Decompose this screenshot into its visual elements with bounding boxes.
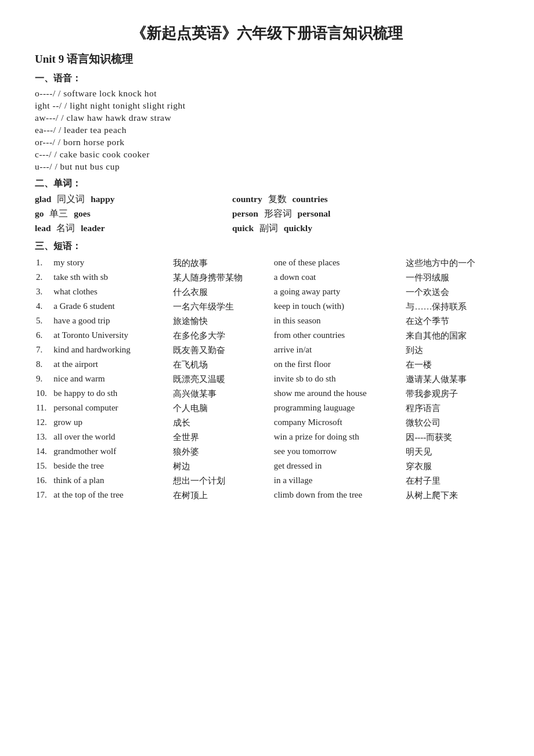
phrase-chinese: 个人电脑 — [172, 401, 272, 416]
phrase-english: nice and warm — [52, 372, 172, 387]
table-row: 16.think of a plan想出一个计划in a village在村子里 — [35, 474, 499, 488]
phonics-list: o----/ / software lock knock hotight --/… — [35, 88, 499, 172]
phrase-chinese: 想出一个计划 — [172, 474, 272, 488]
table-row: 5.have a good trip旅途愉快in this season在这个季… — [35, 314, 499, 329]
phrase-chinese: 成长 — [172, 416, 272, 430]
phrase-english2: keep in touch (with) — [273, 300, 405, 314]
phrase-chinese2: 程序语言 — [405, 401, 499, 416]
table-row: 2.take sth with sb某人随身携带某物a down coat一件羽… — [35, 271, 499, 285]
unit-title: Unit 9 语言知识梳理 — [35, 52, 499, 67]
phrase-english2: a down coat — [273, 271, 405, 285]
vocab-section: glad 同义词 happycountry 复数 countriesgo 单三 … — [35, 193, 499, 235]
section2-title: 二、单词： — [35, 178, 499, 190]
phrase-chinese2: 微软公司 — [405, 416, 499, 430]
phrase-num: 16. — [35, 474, 52, 488]
phrase-english: grow up — [52, 416, 172, 430]
phrase-english: kind and hardworking — [52, 343, 172, 358]
phrase-num: 7. — [35, 343, 52, 358]
phrase-chinese: 在树顶上 — [172, 488, 272, 503]
table-row: 3.what clothes什么衣服a going away party一个欢送… — [35, 285, 499, 300]
phrase-num: 5. — [35, 314, 52, 329]
phrase-english2: arrive in/at — [273, 343, 405, 358]
phrase-num: 8. — [35, 358, 52, 372]
table-row: 4.a Grade 6 student一名六年级学生keep in touch … — [35, 300, 499, 314]
phrase-chinese2: 带我参观房子 — [405, 387, 499, 401]
phrase-chinese: 一名六年级学生 — [172, 300, 272, 314]
phrase-english: my story — [52, 256, 172, 271]
phrase-english: what clothes — [52, 285, 172, 300]
phrase-english2: in this season — [273, 314, 405, 329]
phrase-english2: get dressed in — [273, 459, 405, 474]
vocab-item-right: person 形容词 personal — [232, 208, 406, 220]
phrase-num: 14. — [35, 445, 52, 459]
phrase-chinese: 树边 — [172, 459, 272, 474]
phrase-english2: one of these places — [273, 256, 405, 271]
phrase-chinese2: 邀请某人做某事 — [405, 372, 499, 387]
table-row: 12.grow up成长company Microsoft微软公司 — [35, 416, 499, 430]
phrase-chinese: 全世界 — [172, 430, 272, 445]
phrase-english2: climb down from the tree — [273, 488, 405, 503]
phrase-english: have a good trip — [52, 314, 172, 329]
phrase-chinese: 在飞机场 — [172, 358, 272, 372]
phrase-chinese2: 在这个季节 — [405, 314, 499, 329]
table-row: 11.personal computer个人电脑programming laug… — [35, 401, 499, 416]
phonics-row: o----/ / software lock knock hot — [35, 88, 499, 99]
phrase-english: a Grade 6 student — [52, 300, 172, 314]
phrase-num: 1. — [35, 256, 52, 271]
phrase-num: 13. — [35, 430, 52, 445]
table-row: 1.my story我的故事one of these places这些地方中的一… — [35, 256, 499, 271]
vocab-row: go 单三 goesperson 形容词 personal — [35, 208, 499, 220]
phrase-english2: from other countries — [273, 329, 405, 343]
phrase-num: 11. — [35, 401, 52, 416]
phrases-section: 1.my story我的故事one of these places这些地方中的一… — [35, 256, 499, 503]
phrase-english: personal computer — [52, 401, 172, 416]
phrase-chinese2: 这些地方中的一个 — [405, 256, 499, 271]
phrase-num: 3. — [35, 285, 52, 300]
phrase-english: be happy to do sth — [52, 387, 172, 401]
phrase-english: beside the tree — [52, 459, 172, 474]
phrase-num: 9. — [35, 372, 52, 387]
phonics-row: ight --/ / light night tonight slight ri… — [35, 100, 499, 111]
table-row: 8.at the airport在飞机场on the first floor在一… — [35, 358, 499, 372]
phrase-num: 6. — [35, 329, 52, 343]
phrase-num: 10. — [35, 387, 52, 401]
phrase-english2: in a village — [273, 474, 405, 488]
vocab-item-right: country 复数 countries — [232, 193, 406, 206]
phrase-num: 4. — [35, 300, 52, 314]
phrase-chinese: 既友善又勤奋 — [172, 343, 272, 358]
phrase-num: 17. — [35, 488, 52, 503]
phrase-chinese2: 明天见 — [405, 445, 499, 459]
phonics-row: c---/ / cake basic cook cooker — [35, 149, 499, 160]
table-row: 7.kind and hardworking既友善又勤奋arrive in/at… — [35, 343, 499, 358]
phrases-table: 1.my story我的故事one of these places这些地方中的一… — [35, 256, 499, 503]
phrase-english: take sth with sb — [52, 271, 172, 285]
phrase-english: all over the world — [52, 430, 172, 445]
phrase-english2: a going away party — [273, 285, 405, 300]
section3-title: 三、短语： — [35, 240, 499, 253]
phonics-row: or---/ / born horse pork — [35, 137, 499, 147]
phonics-row: aw---/ / claw haw hawk draw straw — [35, 113, 499, 123]
phrase-chinese: 我的故事 — [172, 256, 272, 271]
phrase-chinese2: 因----而获奖 — [405, 430, 499, 445]
phrase-chinese2: 穿衣服 — [405, 459, 499, 474]
phrase-chinese2: 来自其他的国家 — [405, 329, 499, 343]
phrase-english: think of a plan — [52, 474, 172, 488]
phrase-chinese2: 一个欢送会 — [405, 285, 499, 300]
phrase-num: 2. — [35, 271, 52, 285]
vocab-item-left: go 单三 goes — [35, 208, 209, 220]
table-row: 14.grandmother wolf狼外婆see you tomorrow明天… — [35, 445, 499, 459]
phrase-english2: win a prize for doing sth — [273, 430, 405, 445]
table-row: 15.beside the tree树边get dressed in穿衣服 — [35, 459, 499, 474]
phrase-english2: show me around the house — [273, 387, 405, 401]
phonics-row: ea---/ / leader tea peach — [35, 125, 499, 135]
phrase-english: at the top of the tree — [52, 488, 172, 503]
phrase-num: 15. — [35, 459, 52, 474]
phrase-chinese2: 一件羽绒服 — [405, 271, 499, 285]
phrase-chinese2: 从树上爬下来 — [405, 488, 499, 503]
phonics-row: u---/ / but nut bus cup — [35, 161, 499, 172]
phrase-chinese: 高兴做某事 — [172, 387, 272, 401]
vocab-row: glad 同义词 happycountry 复数 countries — [35, 193, 499, 206]
phrase-english2: on the first floor — [273, 358, 405, 372]
phrase-english2: company Microsoft — [273, 416, 405, 430]
phrase-english: at the airport — [52, 358, 172, 372]
